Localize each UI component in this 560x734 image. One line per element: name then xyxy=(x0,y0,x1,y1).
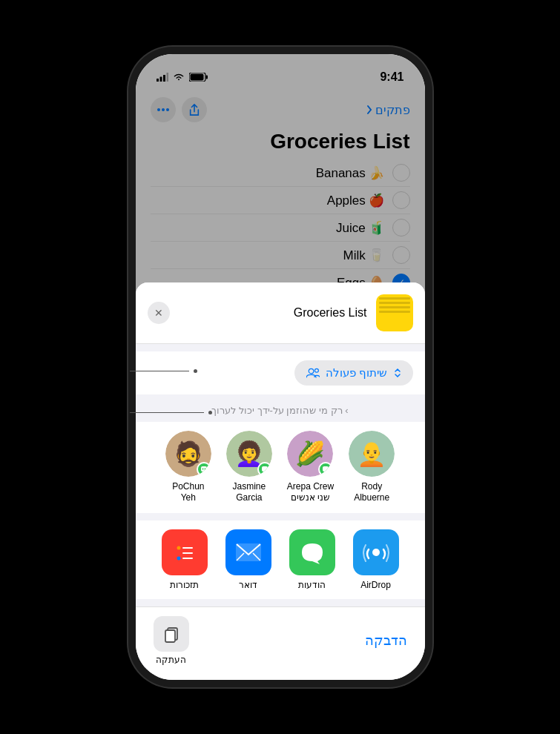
close-icon: ✕ xyxy=(154,307,163,319)
share-subtext: › רק מי שהוזמן על-ידך יכול לערוך xyxy=(136,402,425,422)
svg-point-14 xyxy=(204,468,205,469)
messages-icon xyxy=(289,529,335,575)
app-label: הודעות xyxy=(298,580,326,590)
contact-rody[interactable]: 🧑‍🦲 RodyAlbuerne xyxy=(349,431,395,504)
collab-button[interactable]: שיתוף פעולה xyxy=(294,360,412,386)
subtext-arrow: › xyxy=(345,405,348,416)
app-messages[interactable]: הודעות xyxy=(289,529,335,590)
collab-label: שיתוף פעולה xyxy=(326,366,387,380)
avatar-bg: 🧑‍🦲 xyxy=(349,431,395,477)
share-item-title: Groceries List xyxy=(179,306,367,320)
reminders-app-icon xyxy=(171,539,198,566)
contact-avatar: 🧑‍🦲 xyxy=(349,431,395,477)
svg-rect-12 xyxy=(201,466,207,472)
annotation-text: שינוי גישה והרשאות. xyxy=(37,406,125,418)
reminders-icon xyxy=(162,529,208,575)
share-sheet-header: ✕ Groceries List xyxy=(136,282,425,344)
contact-avatar: 🌽 xyxy=(287,431,333,477)
chevron-updown-icon xyxy=(394,368,401,378)
note-line xyxy=(379,297,410,300)
contact-arepa[interactable]: 🌽 Arepa Crewשני אנשים xyxy=(287,431,334,504)
contact-pochun[interactable]: 🧔 PoChunYeh xyxy=(165,431,211,504)
messages-app-icon xyxy=(299,539,326,566)
share-sheet: ✕ Groceries List xyxy=(136,282,425,680)
mail-app-icon xyxy=(235,543,262,562)
svg-point-24 xyxy=(372,549,380,556)
paste-button[interactable]: הדבקה xyxy=(365,632,407,649)
apps-row: תזכורות דואר xyxy=(136,520,425,599)
message-icon xyxy=(200,466,208,473)
contact-avatar: 🧔 xyxy=(165,431,211,477)
app-label: דואר xyxy=(239,580,257,590)
note-line xyxy=(379,306,410,308)
airdrop-app-icon xyxy=(363,539,389,566)
svg-rect-26 xyxy=(165,630,175,642)
airdrop-icon xyxy=(353,529,399,575)
svg-point-10 xyxy=(309,368,314,374)
copy-doc-icon xyxy=(162,625,180,643)
copy-label: העתקה xyxy=(156,655,186,665)
collab-row: שיתוף פעולה xyxy=(136,351,425,394)
copy-button[interactable]: העתקה xyxy=(154,616,189,665)
subtext-content: רק מי שהוזמן על-ידך יכול לערוך xyxy=(211,405,342,416)
app-label: תזכורות xyxy=(170,580,199,590)
contacts-row: 🧔 PoChunYeh 👩‍🦱 xyxy=(136,422,425,513)
svg-point-19 xyxy=(177,557,180,561)
message-icon xyxy=(322,466,329,473)
contact-jasmine[interactable]: 👩‍🦱 JasmineGarcia xyxy=(226,431,272,504)
svg-rect-15 xyxy=(262,466,268,472)
mail-icon xyxy=(225,529,271,575)
close-button[interactable]: ✕ xyxy=(148,302,170,324)
copy-icon xyxy=(154,616,189,652)
note-thumbnail xyxy=(376,294,413,331)
share-sheet-overlay[interactable]: ✕ Groceries List xyxy=(136,54,425,680)
message-indicator xyxy=(197,462,211,477)
contact-avatar: 👩‍🦱 xyxy=(226,431,272,477)
app-label: AirDrop xyxy=(360,580,391,590)
contact-name: Arepa Crewשני אנשים xyxy=(287,481,334,504)
app-airdrop[interactable]: AirDrop xyxy=(353,529,399,590)
svg-point-13 xyxy=(202,468,203,469)
contact-name: JasmineGarcia xyxy=(232,481,266,504)
message-indicator xyxy=(318,462,333,477)
contact-name: RodyAlbuerne xyxy=(354,481,389,504)
app-mail[interactable]: דואר xyxy=(225,529,271,590)
annotation-text: בחירת שיתוף פעולה xyxy=(37,365,125,377)
svg-rect-16 xyxy=(323,466,329,472)
note-line xyxy=(379,302,410,304)
svg-point-18 xyxy=(177,552,180,555)
message-indicator xyxy=(257,462,272,477)
svg-point-11 xyxy=(315,368,319,372)
contact-name: PoChunYeh xyxy=(172,481,204,504)
message-icon xyxy=(261,466,269,473)
note-line xyxy=(379,311,410,313)
share-bottom-bar: העתקה הדבקה xyxy=(136,606,425,680)
app-reminders[interactable]: תזכורות xyxy=(162,529,208,590)
people-icon xyxy=(306,368,320,378)
svg-point-17 xyxy=(177,546,180,550)
